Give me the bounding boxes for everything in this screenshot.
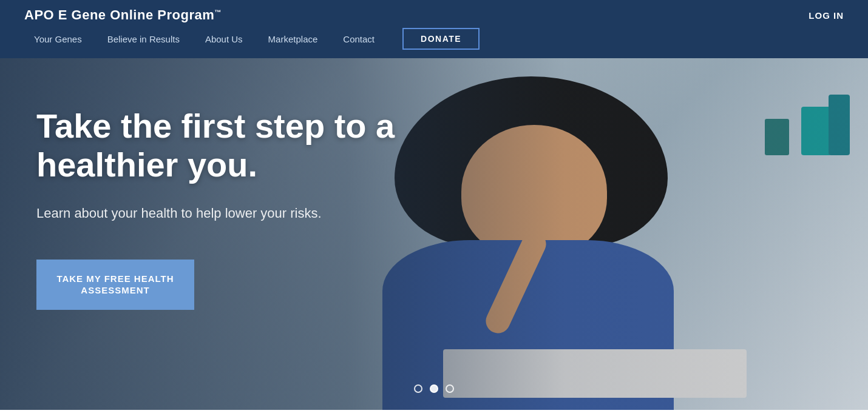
hero-content: Take the first step to a healthier you. …: [0, 58, 868, 410]
header-top: APO E Gene Online Program™ LOG IN: [24, 0, 844, 28]
hero-title: Take the first step to a healthier you.: [36, 107, 425, 185]
logo-tm: ™: [214, 8, 222, 16]
hero-subtitle: Learn about your health to help lower yo…: [36, 203, 340, 223]
site-logo: APO E Gene Online Program™: [24, 7, 222, 23]
carousel-dot-2[interactable]: [430, 384, 438, 393]
carousel-dot-3[interactable]: [446, 384, 454, 393]
main-nav: Your Genes Believe in Results About Us M…: [24, 28, 844, 58]
nav-item-contact[interactable]: Contact: [333, 32, 384, 47]
header: APO E Gene Online Program™ LOG IN Your G…: [0, 0, 868, 58]
hero-section: Take the first step to a healthier you. …: [0, 58, 868, 410]
login-link[interactable]: LOG IN: [809, 10, 844, 21]
logo-text: APO E Gene Online Program: [24, 7, 214, 22]
donate-button[interactable]: DONATE: [402, 28, 480, 50]
nav-item-your-genes[interactable]: Your Genes: [24, 32, 92, 47]
nav-item-marketplace[interactable]: Marketplace: [259, 32, 328, 47]
nav-item-about-us[interactable]: About Us: [195, 32, 253, 47]
nav-item-believe-in-results[interactable]: Believe in Results: [98, 32, 189, 47]
carousel-dot-1[interactable]: [414, 384, 422, 393]
carousel-dots: [414, 384, 454, 393]
cta-button[interactable]: TAKE MY FREE HEALTH ASSESSMENT: [36, 260, 194, 310]
